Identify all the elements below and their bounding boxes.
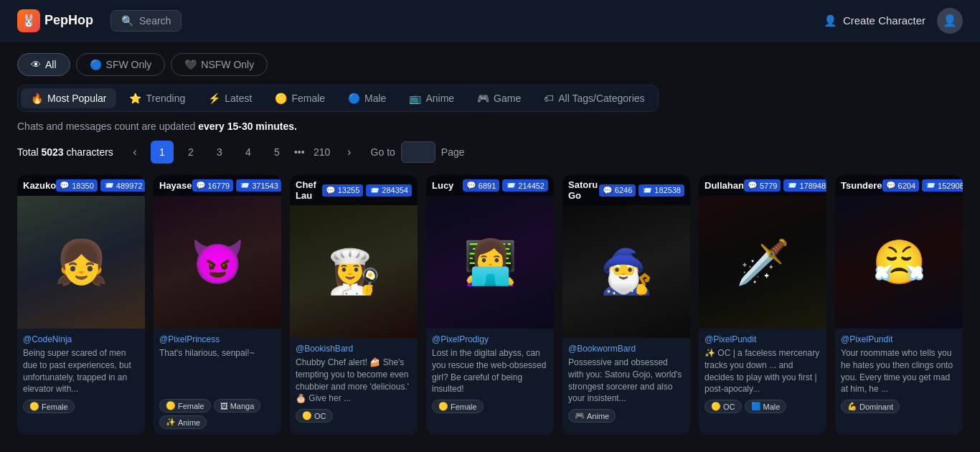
cat-latest[interactable]: ⚡ Latest bbox=[198, 88, 262, 108]
character-creator: @PixelProdigy bbox=[432, 334, 548, 344]
search-bar[interactable]: 🔍 Search bbox=[110, 10, 182, 32]
message-icon: 📨 bbox=[506, 181, 516, 190]
chat-icon: 💬 bbox=[466, 181, 476, 190]
tag-icon: 🟦 bbox=[751, 402, 761, 411]
character-card[interactable]: Lucy 💬 6891 📨 214452 👩‍💻 @PixelProdigy L… bbox=[426, 175, 554, 435]
latest-icon: ⚡ bbox=[208, 93, 220, 104]
chat-count: 💬 6246 bbox=[599, 184, 636, 197]
female-icon: 🟡 bbox=[275, 93, 287, 104]
next-page-button[interactable]: › bbox=[339, 142, 359, 162]
chat-count: 💬 5779 bbox=[744, 179, 781, 192]
filter-nsfw[interactable]: 🖤 NSFW Only bbox=[171, 53, 268, 76]
cat-trending[interactable]: ⭐ Trending bbox=[119, 88, 195, 108]
cat-male[interactable]: 🔵 Male bbox=[338, 88, 396, 108]
tag-icon: 🎮 bbox=[575, 411, 585, 420]
tag-icon: 🟡 bbox=[166, 401, 176, 410]
prev-page-button[interactable]: ‹ bbox=[125, 142, 145, 162]
character-tag: 🟦 Male bbox=[745, 400, 787, 413]
character-card[interactable]: Dullahan 💬 5779 📨 178948 🗡️ @PixelPundit… bbox=[699, 175, 826, 435]
character-name: Hayase bbox=[159, 180, 192, 191]
chat-count-value: 16779 bbox=[208, 182, 230, 190]
message-count-value: 178948 bbox=[799, 182, 826, 190]
card-header: Chef Lau 💬 13255 📨 284354 bbox=[290, 175, 418, 205]
trending-icon: ⭐ bbox=[129, 93, 141, 104]
info-text: Chats and messages count are updated bbox=[17, 121, 198, 132]
tag-label: OC bbox=[314, 412, 326, 420]
cat-all-tags[interactable]: 🏷 All Tags/Categories bbox=[534, 88, 654, 108]
character-name: Tsundere bbox=[841, 180, 882, 191]
male-icon: 🔵 bbox=[348, 93, 360, 104]
tag-icon: 🟡 bbox=[711, 402, 721, 411]
filter-sfw[interactable]: 🔵 SFW Only bbox=[76, 53, 166, 76]
character-image: 🧙‍♂️ bbox=[562, 205, 690, 338]
character-card[interactable]: Satoru Go 💬 6246 📨 182538 🧙‍♂️ @Bookworm… bbox=[562, 175, 690, 435]
card-header: Dullahan 💬 5779 📨 178948 bbox=[699, 175, 826, 196]
character-description: That's hilarious, senpai!~ bbox=[159, 347, 275, 395]
logo-text: PepHop bbox=[44, 13, 93, 28]
cat-anime[interactable]: 📺 Anime bbox=[399, 88, 464, 108]
message-count: 📨 178948 bbox=[783, 179, 826, 192]
chat-count-value: 18350 bbox=[72, 182, 94, 190]
page-button-4[interactable]: 4 bbox=[237, 141, 260, 164]
character-description: Your roommate who tells you he hates you… bbox=[841, 347, 957, 395]
character-creator: @PixelPrincess bbox=[159, 334, 275, 344]
page-button-3[interactable]: 3 bbox=[208, 141, 231, 164]
chat-count: 💬 18350 bbox=[56, 179, 98, 192]
tag-icon: 🖼 bbox=[220, 402, 228, 410]
cat-game[interactable]: 🎮 Game bbox=[467, 88, 531, 108]
message-count: 📨 371543 bbox=[236, 179, 281, 192]
character-card[interactable]: Tsundere 💬 6204 📨 152908 😤 @PixelPundit … bbox=[835, 175, 963, 435]
tag-icon: 💪 bbox=[847, 402, 857, 411]
page-button-1[interactable]: 1 bbox=[151, 141, 174, 164]
character-tags: 🟡 OC 🟦 Male bbox=[705, 400, 821, 413]
message-icon: 📨 bbox=[369, 186, 380, 195]
chat-count: 💬 16779 bbox=[192, 179, 234, 192]
create-character-button[interactable]: 👤 Create Character bbox=[824, 14, 925, 27]
page-label: Page bbox=[441, 146, 465, 158]
character-description: Possessive and obsessed with you: Satoru… bbox=[568, 357, 684, 405]
chat-icon: 💬 bbox=[603, 186, 613, 195]
tag-label: Female bbox=[451, 402, 477, 411]
card-header: Kazuko 💬 18350 📨 489972 bbox=[17, 175, 145, 196]
card-header: Hayase 💬 16779 📨 371543 bbox=[154, 175, 281, 196]
page-button-210[interactable]: 210 bbox=[311, 141, 334, 164]
tag-icon: ✨ bbox=[166, 418, 176, 427]
character-tag: 🎮 Anime bbox=[568, 409, 616, 423]
character-image: 😈 bbox=[154, 196, 281, 329]
character-image: 👩‍💻 bbox=[426, 196, 554, 329]
cat-most-popular[interactable]: 🔥 Most Popular bbox=[21, 88, 116, 108]
filter-all[interactable]: 👁 All bbox=[17, 53, 70, 76]
logo[interactable]: 🐰 PepHop bbox=[17, 9, 93, 32]
message-count-value: 152908 bbox=[938, 182, 963, 190]
character-creator: @BookishBard bbox=[296, 344, 412, 354]
tag-label: Anime bbox=[178, 418, 200, 427]
chat-count-value: 6204 bbox=[898, 182, 915, 190]
character-tag: 💪 Dominant bbox=[841, 400, 900, 413]
message-count-value: 284354 bbox=[382, 186, 408, 194]
message-count-value: 371543 bbox=[252, 182, 278, 190]
card-header: Tsundere 💬 6204 📨 152908 bbox=[835, 175, 963, 196]
message-count-value: 182538 bbox=[654, 186, 681, 194]
card-body: @PixelPundit Your roommate who tells you… bbox=[835, 329, 963, 419]
character-card[interactable]: Chef Lau 💬 13255 📨 284354 👩‍🍳 @BookishBa… bbox=[290, 175, 418, 435]
message-count: 📨 489972 bbox=[100, 179, 145, 192]
go-to-input[interactable] bbox=[401, 141, 435, 163]
game-icon: 🎮 bbox=[477, 93, 489, 104]
tag-label: Female bbox=[42, 402, 68, 411]
character-description: ✨ OC | a faceless mercenary tracks you d… bbox=[705, 347, 821, 395]
filter-all-label: All bbox=[45, 59, 57, 70]
message-icon: 📨 bbox=[642, 186, 652, 195]
message-count: 📨 284354 bbox=[366, 184, 412, 197]
card-body: @BookwormBard Possessive and obsessed wi… bbox=[562, 338, 690, 428]
chat-count-value: 6246 bbox=[615, 186, 632, 194]
page-button-5[interactable]: 5 bbox=[265, 141, 288, 164]
user-avatar[interactable]: 👤 bbox=[937, 8, 963, 34]
info-highlight: every 15-30 minutes. bbox=[198, 121, 297, 132]
tag-icon: 🟡 bbox=[29, 402, 39, 411]
total-count-label: Total 5023 characters bbox=[17, 146, 113, 158]
character-card[interactable]: Hayase 💬 16779 📨 371543 😈 @PixelPrincess… bbox=[154, 175, 281, 435]
chat-count: 💬 6891 bbox=[463, 179, 499, 192]
page-button-2[interactable]: 2 bbox=[179, 141, 202, 164]
character-card[interactable]: Kazuko 💬 18350 📨 489972 👧 @CodeNinja Bei… bbox=[17, 175, 145, 435]
cat-female[interactable]: 🟡 Female bbox=[265, 88, 335, 108]
